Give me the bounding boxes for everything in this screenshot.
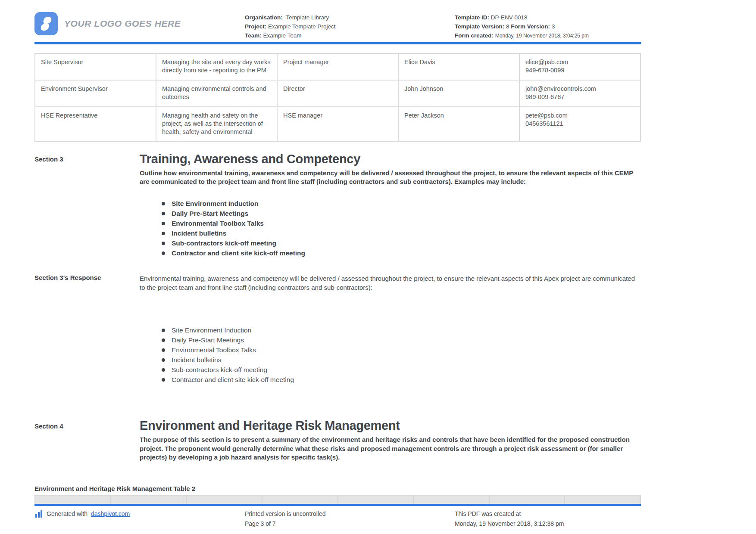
table-cell-responsibility: Managing environmental controls and outc… (156, 80, 277, 107)
contact-email: pete@psb.com (525, 112, 634, 120)
page-header: YOUR LOGO GOES HERE Organisation: Templa… (34, 13, 641, 40)
table-cell-title: HSE manager (277, 107, 398, 142)
bullet-item: Environmental Toolbox Talks (162, 345, 641, 355)
bullet-item: Sub-contractors kick-off meeting (162, 238, 641, 248)
bullet-item: Site Environment Induction (162, 199, 641, 208)
risk-table-header-cell (111, 496, 187, 504)
section-3-response: Section 3's Response Environmental train… (34, 274, 641, 385)
table-cell-name: Peter Jackson (398, 107, 519, 142)
generated-with-text: Generated with (47, 509, 87, 519)
footer-divider (34, 504, 641, 506)
table-row: HSE Representative Managing health and s… (35, 107, 640, 142)
section-4-title: Environment and Heritage Risk Management (140, 418, 641, 433)
created-at-value: Monday, 19 November 2018, 3:12:38 pm (455, 519, 564, 529)
section-3-label: Section 3 (34, 152, 140, 258)
risk-table-header-cell (35, 496, 111, 504)
created-at-label: This PDF was created at (455, 509, 564, 519)
page-footer: Generated with dashpivot.com Printed ver… (34, 509, 641, 534)
header-field-template-id: Template ID: DP-ENV-0018 (455, 13, 589, 22)
logo-block: YOUR LOGO GOES HERE (34, 12, 181, 35)
section-3-response-text: Environmental training, awareness and co… (140, 274, 641, 292)
footer-right: This PDF was created at Monday, 19 Novem… (455, 509, 564, 529)
bullet-item: Sub-contractors kick-off meeting (162, 365, 641, 375)
header-field-form-created: Form created: Monday, 19 November 2018, … (455, 31, 589, 40)
contact-email: john@envirocontrols.com (525, 85, 634, 93)
table-cell-contact: elice@psb.com 949-678-0099 (519, 53, 640, 80)
header-field-team: Team: Example Team (245, 31, 336, 40)
header-template-info: Template ID: DP-ENV-0018 Template Versio… (455, 13, 589, 40)
page-number: Page 3 of 7 (245, 519, 326, 529)
company-logo-icon (34, 12, 58, 35)
table-row: Environment Supervisor Managing environm… (35, 80, 640, 107)
section-3-title: Training, Awareness and Competency (140, 152, 641, 166)
table-cell-contact: pete@psb.com 04563561121 (519, 107, 640, 142)
risk-table-header-cell (187, 496, 262, 504)
document-page: YOUR LOGO GOES HERE Organisation: Templa… (0, 13, 756, 534)
bullet-item: Site Environment Induction (162, 325, 641, 335)
section-3-bullet-list: Site Environment Induction Daily Pre-Sta… (162, 199, 641, 258)
risk-table-header-row (34, 495, 641, 504)
risk-table-header-cell (338, 496, 414, 504)
risk-table-header-cell (565, 496, 640, 504)
dashpivot-link[interactable]: dashpivot.com (91, 509, 130, 519)
table-cell-contact: john@envirocontrols.com 989-009-6767 (519, 80, 640, 107)
table-cell-title: Project manager (277, 53, 398, 80)
header-field-project: Project: Example Template Project (245, 22, 336, 31)
bullet-item: Environmental Toolbox Talks (162, 218, 641, 228)
table-row: Site Supervisor Managing the site and ev… (35, 53, 640, 80)
header-field-organisation: Organisation: Template Library (245, 13, 336, 22)
table-cell-name: John Johnson (398, 80, 519, 107)
table-cell-role: Environment Supervisor (35, 80, 156, 107)
section-4-intro: The purpose of this section is to presen… (140, 435, 641, 462)
bullet-item: Contractor and client site kick-off meet… (162, 375, 641, 385)
table-cell-role: Site Supervisor (35, 53, 156, 80)
contact-phone: 04563561121 (525, 120, 634, 128)
risk-table-header-cell (262, 496, 338, 504)
uncontrolled-note: Printed version is uncontrolled (245, 509, 326, 519)
section-3-response-bullet-list: Site Environment Induction Daily Pre-Sta… (162, 325, 641, 385)
table-cell-title: Director (277, 80, 398, 107)
section-3: Section 3 Training, Awareness and Compet… (34, 152, 641, 258)
bullet-item: Contractor and client site kick-off meet… (162, 248, 641, 258)
risk-table-label: Environment and Heritage Risk Management… (34, 485, 641, 492)
table-cell-role: HSE Representative (35, 107, 156, 142)
bullet-item: Daily Pre-Start Meetings (162, 208, 641, 218)
header-divider (34, 42, 641, 44)
bullet-item: Incident bulletins (162, 355, 641, 365)
section-4: Section 4 Environment and Heritage Risk … (34, 418, 641, 462)
contact-email: elice@psb.com (525, 58, 634, 66)
roles-table: Site Supervisor Managing the site and ev… (34, 53, 641, 142)
table-cell-responsibility: Managing health and safety on the projec… (156, 107, 277, 142)
table-cell-name: Elice Davis (398, 53, 519, 80)
risk-table-header-cell (414, 496, 490, 504)
logo-placeholder-text: YOUR LOGO GOES HERE (64, 19, 181, 29)
table-cell-responsibility: Managing the site and every day works di… (156, 53, 277, 80)
section-4-label: Section 4 (34, 418, 140, 462)
footer-generated: Generated with dashpivot.com (35, 509, 130, 519)
risk-table-header-cell (490, 496, 565, 504)
header-field-versions: Template Version: 8 Form Version: 3 (455, 22, 589, 31)
bullet-item: Daily Pre-Start Meetings (162, 335, 641, 345)
bullet-item: Incident bulletins (162, 228, 641, 238)
section-3-intro: Outline how environmental training, awar… (140, 169, 641, 186)
dashpivot-bars-icon (35, 510, 43, 518)
contact-phone: 989-009-6767 (525, 93, 634, 101)
header-project-info: Organisation: Template Library Project: … (245, 13, 336, 40)
contact-phone: 949-678-0099 (525, 66, 634, 75)
section-3-response-label: Section 3's Response (34, 274, 140, 385)
footer-center: Printed version is uncontrolled Page 3 o… (245, 509, 326, 529)
